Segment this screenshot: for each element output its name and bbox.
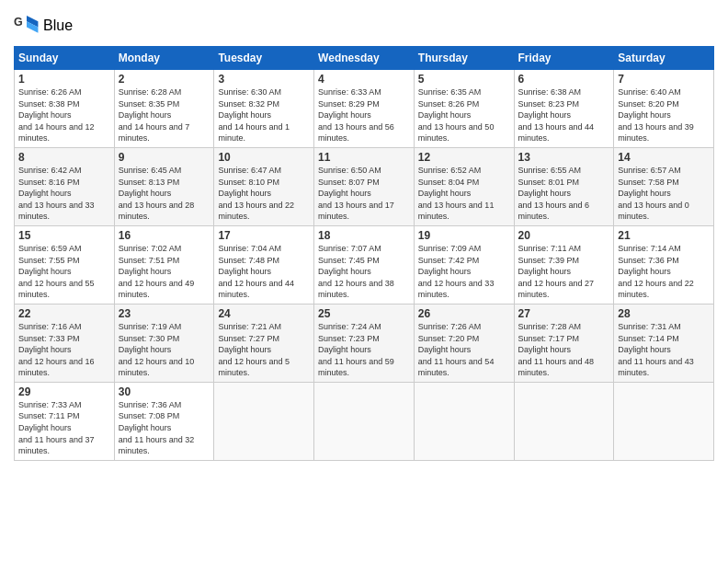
day-number: 1 bbox=[18, 73, 110, 86]
calendar-cell bbox=[214, 382, 314, 460]
calendar-cell: 26Sunrise: 7:26 AMSunset: 7:20 PMDayligh… bbox=[414, 304, 514, 382]
day-number: 18 bbox=[318, 229, 410, 242]
day-number: 24 bbox=[218, 307, 310, 320]
calendar-cell: 4Sunrise: 6:33 AMSunset: 8:29 PMDaylight… bbox=[314, 70, 415, 148]
calendar-cell bbox=[614, 382, 714, 460]
day-info: Sunrise: 7:02 AMSunset: 7:51 PMDaylight … bbox=[119, 243, 210, 301]
day-header-wednesday: Wednesday bbox=[314, 47, 415, 70]
day-number: 30 bbox=[119, 385, 210, 398]
day-number: 14 bbox=[618, 151, 710, 164]
day-header-sunday: Sunday bbox=[15, 47, 115, 70]
day-number: 12 bbox=[418, 151, 510, 164]
day-header-saturday: Saturday bbox=[614, 47, 714, 70]
calendar-cell bbox=[314, 382, 415, 460]
day-info: Sunrise: 7:16 AMSunset: 7:33 PMDaylight … bbox=[18, 321, 110, 379]
calendar-week-1: 1Sunrise: 6:26 AMSunset: 8:38 PMDaylight… bbox=[15, 70, 714, 148]
calendar-cell: 15Sunrise: 6:59 AMSunset: 7:55 PMDayligh… bbox=[15, 225, 115, 304]
day-number: 19 bbox=[418, 229, 510, 242]
calendar-cell: 17Sunrise: 7:04 AMSunset: 7:48 PMDayligh… bbox=[214, 225, 314, 304]
calendar-cell: 7Sunrise: 6:40 AMSunset: 8:20 PMDaylight… bbox=[614, 70, 714, 148]
day-number: 20 bbox=[518, 229, 610, 242]
day-number: 6 bbox=[518, 73, 610, 86]
calendar-cell: 30Sunrise: 7:36 AMSunset: 7:08 PMDayligh… bbox=[114, 382, 214, 460]
calendar-week-4: 22Sunrise: 7:16 AMSunset: 7:33 PMDayligh… bbox=[15, 304, 714, 382]
calendar-cell: 22Sunrise: 7:16 AMSunset: 7:33 PMDayligh… bbox=[15, 304, 115, 382]
day-number: 16 bbox=[119, 229, 210, 242]
day-number: 3 bbox=[218, 73, 310, 86]
calendar-cell: 1Sunrise: 6:26 AMSunset: 8:38 PMDaylight… bbox=[15, 70, 115, 148]
calendar-cell bbox=[414, 382, 514, 460]
calendar-cell: 13Sunrise: 6:55 AMSunset: 8:01 PMDayligh… bbox=[514, 147, 614, 225]
day-number: 9 bbox=[119, 151, 210, 164]
calendar-cell: 6Sunrise: 6:38 AMSunset: 8:23 PMDaylight… bbox=[514, 70, 614, 148]
calendar-cell: 11Sunrise: 6:50 AMSunset: 8:07 PMDayligh… bbox=[314, 147, 415, 225]
day-number: 4 bbox=[318, 73, 410, 86]
day-info: Sunrise: 7:14 AMSunset: 7:36 PMDaylight … bbox=[618, 243, 710, 301]
calendar-cell: 27Sunrise: 7:28 AMSunset: 7:17 PMDayligh… bbox=[514, 304, 614, 382]
calendar-cell: 2Sunrise: 6:28 AMSunset: 8:35 PMDaylight… bbox=[114, 70, 214, 148]
calendar-cell: 14Sunrise: 6:57 AMSunset: 7:58 PMDayligh… bbox=[614, 147, 714, 225]
day-info: Sunrise: 7:24 AMSunset: 7:23 PMDaylight … bbox=[318, 321, 410, 379]
calendar-cell: 19Sunrise: 7:09 AMSunset: 7:42 PMDayligh… bbox=[414, 225, 514, 304]
day-info: Sunrise: 6:57 AMSunset: 7:58 PMDaylight … bbox=[618, 165, 710, 223]
day-info: Sunrise: 7:36 AMSunset: 7:08 PMDaylight … bbox=[119, 399, 210, 457]
day-info: Sunrise: 7:07 AMSunset: 7:45 PMDaylight … bbox=[318, 243, 410, 301]
day-number: 25 bbox=[318, 307, 410, 320]
day-number: 10 bbox=[218, 151, 310, 164]
calendar-week-2: 8Sunrise: 6:42 AMSunset: 8:16 PMDaylight… bbox=[15, 147, 714, 225]
day-number: 26 bbox=[418, 307, 510, 320]
day-info: Sunrise: 6:47 AMSunset: 8:10 PMDaylight … bbox=[218, 165, 310, 223]
page: G Blue SundayMondayTuesdayWednesdayThurs… bbox=[0, 0, 728, 563]
calendar-cell: 18Sunrise: 7:07 AMSunset: 7:45 PMDayligh… bbox=[314, 225, 415, 304]
day-info: Sunrise: 7:26 AMSunset: 7:20 PMDaylight … bbox=[418, 321, 510, 379]
day-info: Sunrise: 6:26 AMSunset: 8:38 PMDaylight … bbox=[18, 86, 110, 144]
calendar-cell: 10Sunrise: 6:47 AMSunset: 8:10 PMDayligh… bbox=[214, 147, 314, 225]
day-info: Sunrise: 6:38 AMSunset: 8:23 PMDaylight … bbox=[518, 86, 610, 144]
calendar-cell: 23Sunrise: 7:19 AMSunset: 7:30 PMDayligh… bbox=[114, 304, 214, 382]
day-info: Sunrise: 6:55 AMSunset: 8:01 PMDaylight … bbox=[518, 165, 610, 223]
day-info: Sunrise: 7:11 AMSunset: 7:39 PMDaylight … bbox=[518, 243, 610, 301]
day-header-monday: Monday bbox=[114, 47, 214, 70]
calendar-cell: 21Sunrise: 7:14 AMSunset: 7:36 PMDayligh… bbox=[614, 225, 714, 304]
day-number: 28 bbox=[618, 307, 710, 320]
day-info: Sunrise: 6:45 AMSunset: 8:13 PMDaylight … bbox=[119, 165, 210, 223]
calendar-cell: 8Sunrise: 6:42 AMSunset: 8:16 PMDaylight… bbox=[15, 147, 115, 225]
svg-text:G: G bbox=[14, 16, 23, 29]
calendar-cell: 9Sunrise: 6:45 AMSunset: 8:13 PMDaylight… bbox=[114, 147, 214, 225]
day-info: Sunrise: 6:35 AMSunset: 8:26 PMDaylight … bbox=[418, 86, 510, 144]
day-number: 27 bbox=[518, 307, 610, 320]
calendar-cell bbox=[514, 382, 614, 460]
calendar-cell: 20Sunrise: 7:11 AMSunset: 7:39 PMDayligh… bbox=[514, 225, 614, 304]
day-number: 22 bbox=[18, 307, 110, 320]
day-info: Sunrise: 7:31 AMSunset: 7:14 PMDaylight … bbox=[618, 321, 710, 379]
calendar-week-3: 15Sunrise: 6:59 AMSunset: 7:55 PMDayligh… bbox=[15, 225, 714, 304]
day-header-friday: Friday bbox=[514, 47, 614, 70]
calendar: SundayMondayTuesdayWednesdayThursdayFrid… bbox=[14, 46, 714, 461]
calendar-cell: 29Sunrise: 7:33 AMSunset: 7:11 PMDayligh… bbox=[15, 382, 115, 460]
day-number: 5 bbox=[418, 73, 510, 86]
day-number: 21 bbox=[618, 229, 710, 242]
day-header-tuesday: Tuesday bbox=[214, 47, 314, 70]
calendar-cell: 16Sunrise: 7:02 AMSunset: 7:51 PMDayligh… bbox=[114, 225, 214, 304]
header: G Blue bbox=[14, 9, 714, 39]
day-info: Sunrise: 6:50 AMSunset: 8:07 PMDaylight … bbox=[318, 165, 410, 223]
day-number: 15 bbox=[18, 229, 110, 242]
day-info: Sunrise: 7:19 AMSunset: 7:30 PMDaylight … bbox=[119, 321, 210, 379]
day-info: Sunrise: 6:28 AMSunset: 8:35 PMDaylight … bbox=[119, 86, 210, 144]
day-info: Sunrise: 6:52 AMSunset: 8:04 PMDaylight … bbox=[418, 165, 510, 223]
calendar-header-row: SundayMondayTuesdayWednesdayThursdayFrid… bbox=[15, 47, 714, 70]
day-info: Sunrise: 7:09 AMSunset: 7:42 PMDaylight … bbox=[418, 243, 510, 301]
calendar-cell: 12Sunrise: 6:52 AMSunset: 8:04 PMDayligh… bbox=[414, 147, 514, 225]
logo-text: Blue bbox=[43, 17, 73, 34]
calendar-cell: 28Sunrise: 7:31 AMSunset: 7:14 PMDayligh… bbox=[614, 304, 714, 382]
day-info: Sunrise: 6:40 AMSunset: 8:20 PMDaylight … bbox=[618, 86, 710, 144]
day-info: Sunrise: 7:28 AMSunset: 7:17 PMDaylight … bbox=[518, 321, 610, 379]
day-info: Sunrise: 7:33 AMSunset: 7:11 PMDaylight … bbox=[18, 399, 110, 457]
day-info: Sunrise: 6:59 AMSunset: 7:55 PMDaylight … bbox=[18, 243, 110, 301]
day-number: 11 bbox=[318, 151, 410, 164]
calendar-cell: 25Sunrise: 7:24 AMSunset: 7:23 PMDayligh… bbox=[314, 304, 415, 382]
calendar-cell: 5Sunrise: 6:35 AMSunset: 8:26 PMDaylight… bbox=[414, 70, 514, 148]
day-info: Sunrise: 6:30 AMSunset: 8:32 PMDaylight … bbox=[218, 86, 310, 144]
logo: G Blue bbox=[14, 13, 73, 39]
day-number: 7 bbox=[618, 73, 710, 86]
